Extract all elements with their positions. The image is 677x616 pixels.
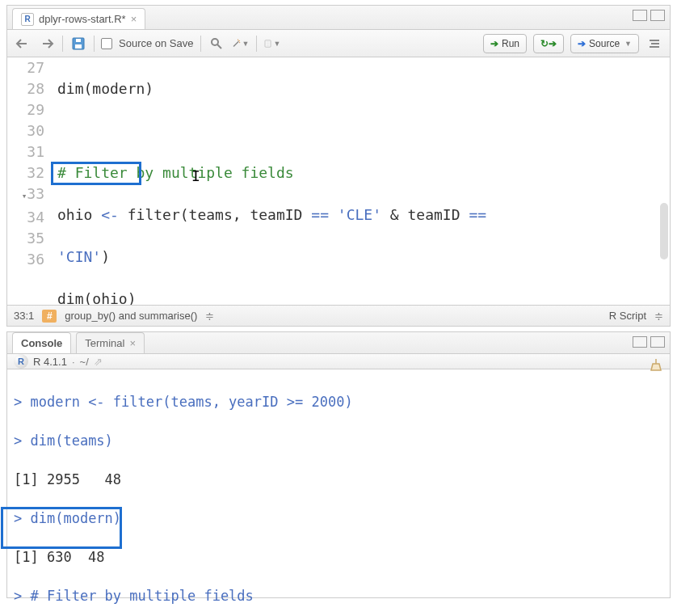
console-tab-bar: Console Terminal × xyxy=(7,332,670,354)
svg-line-5 xyxy=(233,41,238,46)
terminal-tab-label: Terminal xyxy=(85,337,124,349)
outline-icon[interactable] xyxy=(645,35,663,53)
toolbar-separator xyxy=(200,36,201,52)
svg-point-3 xyxy=(212,39,218,45)
toolbar-separator xyxy=(94,36,95,52)
share-icon[interactable]: ⇗ xyxy=(94,356,103,368)
rerun-icon: ↻➔ xyxy=(540,38,557,49)
console-tab-label: Console xyxy=(21,337,62,349)
source-toolbar: Source on Save ▼ ▼ ➔ Run ↻➔ ➔ Source ▼ xyxy=(7,30,670,57)
source-pane: R dplyr-rows-start.R* × Source on Save ▼ xyxy=(6,5,671,327)
language-selector-icon[interactable]: ≑ xyxy=(654,310,663,322)
chevron-down-icon: ▼ xyxy=(624,40,632,48)
file-tab[interactable]: R dplyr-rows-start.R* × xyxy=(12,8,145,29)
text-cursor: I xyxy=(191,166,200,187)
maximize-pane-icon[interactable] xyxy=(650,336,665,348)
toolbar-separator xyxy=(62,36,63,52)
section-badge-icon: # xyxy=(42,310,57,323)
svg-point-7 xyxy=(239,42,240,43)
save-icon[interactable] xyxy=(69,35,87,53)
source-button-label: Source xyxy=(589,38,620,49)
vertical-scrollbar[interactable] xyxy=(660,203,668,259)
cursor-position: 33:1 xyxy=(14,310,34,322)
console-pane: Console Terminal × R R 4.1.1 · ~/ ⇗ > mo… xyxy=(6,331,671,598)
close-tab-icon[interactable]: × xyxy=(131,13,137,25)
file-tab-label: dplyr-rows-start.R* xyxy=(39,13,126,25)
working-dir[interactable]: ~/ xyxy=(80,356,89,368)
r-file-icon: R xyxy=(21,13,34,26)
toolbar-separator xyxy=(256,36,257,52)
maximize-pane-icon[interactable] xyxy=(650,10,665,21)
pane-window-controls xyxy=(633,336,665,348)
console-info-bar: R R 4.1.1 · ~/ ⇗ xyxy=(7,354,670,369)
source-on-save-checkbox[interactable] xyxy=(101,38,112,49)
console-output[interactable]: > modern <- filter(teams, yearID >= 2000… xyxy=(7,369,670,616)
terminal-tab[interactable]: Terminal × xyxy=(76,332,145,353)
close-tab-icon[interactable]: × xyxy=(129,337,136,349)
svg-rect-2 xyxy=(76,39,81,42)
code-editor[interactable]: 27 28 29 30 31 32 ▾33 34 35 36 dim(moder… xyxy=(7,57,670,305)
r-logo-icon: R xyxy=(14,354,28,369)
source-on-save-label: Source on Save xyxy=(119,37,194,49)
r-version: R 4.1.1 xyxy=(33,356,67,368)
notebook-icon[interactable]: ▼ xyxy=(263,35,281,53)
forward-icon[interactable] xyxy=(38,35,56,53)
back-icon[interactable] xyxy=(14,35,32,53)
pane-window-controls xyxy=(633,10,665,21)
chevron-down-icon: ▼ xyxy=(242,40,250,48)
console-tab[interactable]: Console xyxy=(12,332,71,353)
svg-rect-1 xyxy=(75,44,82,49)
line-gutter: 27 28 29 30 31 32 ▾33 34 35 36 xyxy=(7,57,54,305)
svg-point-8 xyxy=(238,39,238,40)
wand-icon[interactable]: ▼ xyxy=(232,35,250,53)
source-button[interactable]: ➔ Source ▼ xyxy=(570,34,639,53)
run-arrow-icon: ➔ xyxy=(490,38,498,49)
section-selector-icon[interactable]: ≑ xyxy=(205,310,214,322)
find-icon[interactable] xyxy=(208,35,225,53)
minimize-pane-icon[interactable] xyxy=(633,10,647,21)
run-button[interactable]: ➔ Run xyxy=(483,34,527,53)
section-name[interactable]: group_by() and summarise() xyxy=(65,310,197,322)
run-button-label: Run xyxy=(502,38,519,49)
source-arrow-icon: ➔ xyxy=(578,38,586,49)
code-area[interactable]: dim(modern) # Filter by multiple fields … xyxy=(54,57,670,305)
rerun-button[interactable]: ↻➔ xyxy=(533,34,564,53)
source-status-bar: 33:1 # group_by() and summarise() ≑ R Sc… xyxy=(7,305,670,326)
svg-point-6 xyxy=(238,40,239,40)
minimize-pane-icon[interactable] xyxy=(633,336,647,348)
source-tab-bar: R dplyr-rows-start.R* × xyxy=(7,6,670,30)
file-language[interactable]: R Script xyxy=(609,310,646,322)
svg-line-4 xyxy=(217,44,221,49)
chevron-down-icon: ▼ xyxy=(274,40,281,48)
